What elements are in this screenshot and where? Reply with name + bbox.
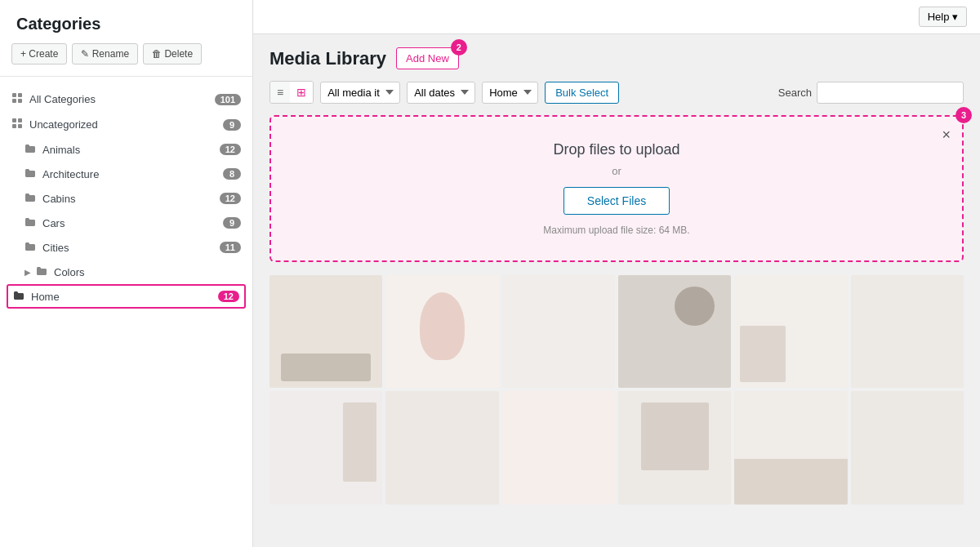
svg-rect-4: [12, 118, 16, 122]
sidebar-item-cars[interactable]: Cars 9: [0, 211, 252, 235]
create-button[interactable]: + Create: [11, 43, 67, 64]
media-thumb[interactable]: [734, 391, 847, 504]
sidebar-item-label: Architecture: [42, 168, 223, 180]
media-grid: [270, 275, 964, 505]
media-thumb[interactable]: [734, 275, 847, 388]
folder-icon: [24, 143, 36, 156]
media-thumb[interactable]: [618, 391, 731, 504]
close-upload-button[interactable]: ×: [942, 127, 951, 144]
sidebar-item-cabins[interactable]: Cabins 12: [0, 186, 252, 211]
sidebar-item-count: 9: [223, 119, 241, 131]
chevron-right-icon: ▶: [24, 268, 31, 277]
toolbar: ≡ ⊞ All media it All dates Home Bulk Sel…: [270, 81, 964, 104]
svg-rect-1: [18, 93, 22, 97]
sidebar-item-label: Uncategorized: [29, 118, 223, 131]
folder-icon: [36, 265, 47, 278]
folder-icon: [24, 216, 36, 229]
media-thumb[interactable]: [385, 391, 498, 504]
grid-icon: [11, 92, 23, 106]
search-input[interactable]: [817, 82, 964, 104]
max-size-text: Maximum upload file size: 64 MB.: [543, 225, 689, 236]
category-filter-select[interactable]: Home: [482, 82, 538, 104]
svg-rect-3: [18, 99, 22, 103]
sidebar-item-count: 9: [223, 217, 241, 229]
view-toggle: ≡ ⊞: [270, 81, 314, 104]
svg-rect-5: [18, 118, 22, 122]
sidebar-item-label: Cars: [42, 217, 223, 229]
or-text: or: [612, 165, 621, 177]
date-filter-select[interactable]: All dates: [407, 82, 475, 104]
folder-open-icon: [13, 290, 24, 303]
sidebar-item-count: 12: [220, 193, 241, 204]
page-title: Media Library: [270, 48, 386, 69]
upload-area-wrapper: 3 × Drop files to upload or Select Files…: [270, 115, 964, 262]
folder-icon: [24, 167, 36, 180]
sidebar-item-animals[interactable]: Animals 12: [0, 137, 252, 162]
sidebar-item-cities[interactable]: Cities 11: [0, 235, 252, 260]
media-thumb[interactable]: [851, 275, 964, 388]
svg-rect-7: [18, 124, 22, 128]
sidebar-item-count: 12: [220, 144, 241, 155]
search-label: Search: [778, 87, 812, 99]
grid-view-button[interactable]: ⊞: [290, 82, 313, 103]
sidebar-item-architecture[interactable]: Architecture 8: [0, 162, 252, 186]
folder-icon: [24, 192, 36, 205]
media-thumb[interactable]: [502, 391, 615, 504]
sidebar-item-label: Animals: [42, 144, 220, 156]
content-area: Media Library Add New 2 ≡ ⊞ All media it…: [253, 34, 980, 547]
sidebar-item-label: Cabins: [42, 193, 220, 205]
drop-text: Drop files to upload: [553, 141, 679, 158]
list-view-button[interactable]: ≡: [270, 82, 290, 103]
media-thumb[interactable]: [618, 275, 731, 388]
search-wrap: Search: [778, 82, 964, 104]
media-thumb[interactable]: [851, 391, 964, 504]
sidebar-item-all-categories[interactable]: All Categories 101: [0, 87, 252, 112]
add-new-badge: 2: [451, 39, 467, 56]
sidebar-actions: + Create ✎ Rename 🗑 Delete: [0, 43, 252, 76]
sidebar-item-label: Colors: [54, 266, 241, 278]
sidebar-title: Categories: [0, 0, 252, 43]
delete-button[interactable]: 🗑 Delete: [143, 43, 202, 64]
svg-rect-0: [12, 93, 16, 97]
page-header: Media Library Add New 2: [270, 47, 964, 69]
sidebar-item-count: 12: [218, 291, 239, 302]
topbar: Help ▾: [253, 0, 980, 34]
svg-rect-2: [12, 99, 16, 103]
bulk-select-button[interactable]: Bulk Select: [545, 82, 619, 104]
media-thumb[interactable]: [270, 391, 382, 504]
upload-area-badge: 3: [956, 107, 972, 123]
media-thumb[interactable]: [270, 275, 382, 388]
svg-rect-6: [12, 124, 16, 128]
help-button[interactable]: Help ▾: [919, 7, 967, 27]
sidebar-item-count: 101: [215, 94, 241, 105]
sidebar-item-home[interactable]: Home 12: [7, 284, 246, 309]
sidebar-item-label: Home: [31, 291, 218, 303]
upload-drop-area[interactable]: × Drop files to upload or Select Files M…: [270, 115, 964, 262]
folder-icon: [24, 241, 36, 254]
add-new-button[interactable]: Add New: [396, 47, 459, 69]
media-filter-select[interactable]: All media it: [320, 82, 400, 104]
sidebar-item-label: Cities: [42, 242, 220, 254]
sidebar-item-label: All Categories: [29, 93, 215, 105]
sidebar-items: All Categories 101 Uncategorized 9 Anima…: [0, 83, 252, 547]
main-content: Help ▾ Media Library Add New 2 ≡ ⊞ All m…: [253, 0, 980, 547]
select-files-button[interactable]: Select Files: [564, 187, 670, 215]
rename-button[interactable]: ✎ Rename: [72, 43, 138, 64]
sidebar-item-count: 11: [220, 242, 241, 253]
sidebar-divider: [0, 76, 252, 77]
sidebar-item-count: 8: [223, 168, 241, 180]
sidebar-item-uncategorized[interactable]: Uncategorized 9: [0, 112, 252, 137]
media-thumb[interactable]: [385, 275, 498, 388]
media-thumb[interactable]: [502, 275, 615, 388]
sidebar-item-colors[interactable]: ▶ Colors: [0, 260, 252, 284]
sidebar: Categories + Create ✎ Rename 🗑 Delete Al…: [0, 0, 253, 547]
grid-icon: [11, 118, 23, 131]
